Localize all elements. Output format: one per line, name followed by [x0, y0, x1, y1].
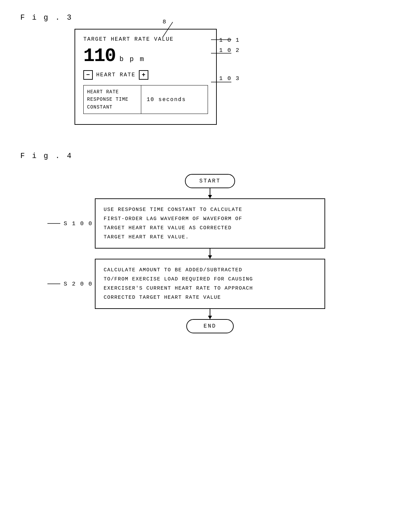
ref-101: 1 0 1 [219, 37, 240, 43]
s200-label: S 2 0 0 [64, 281, 92, 287]
end-node: END [186, 319, 234, 333]
arrow-2 [210, 249, 210, 259]
arrow-3 [210, 309, 210, 319]
fig4-section: F i g . 4 START S 1 0 0 USE RESPONSE TIM… [20, 152, 400, 333]
bpm-unit: b p m [120, 55, 145, 63]
flowchart: START S 1 0 0 USE RESPONSE TIME CONSTANT… [20, 174, 400, 333]
s200-text-line4: CORRECTED TARGET HEART RATE VALUE [104, 295, 221, 300]
target-label: TARGET HEART RATE VALUE [83, 36, 208, 42]
s200-row: S 2 0 0 CALCULATE AMOUNT TO BE ADDED/SUB… [20, 259, 400, 309]
s100-box: USE RESPONSE TIME CONSTANT TO CALCULATE … [95, 198, 325, 249]
s100-text-line2: FIRST-ORDER LAG WAVEFORM OF WAVEFORM OF [104, 216, 243, 222]
response-table: HEART RATE RESPONSE TIME CONSTANT 10 sec… [83, 85, 208, 114]
fig3-section: F i g . 3 8 1 0 1 1 0 2 [20, 14, 400, 125]
bpm-row: 110 b p m [83, 45, 208, 67]
s200-text-line2: TO/FROM EXERCISE LOAD REQUIRED FOR CAUSI… [104, 276, 253, 282]
bpm-value: 110 [83, 45, 115, 67]
s200-text-line3: EXERCISER'S CURRENT HEART RATE TO APPROA… [104, 286, 253, 291]
s100-label: S 1 0 0 [64, 220, 92, 227]
s200-box: CALCULATE AMOUNT TO BE ADDED/SUBTRACTED … [95, 259, 325, 309]
start-node: START [185, 174, 235, 188]
fig4-label: F i g . 4 [20, 152, 400, 160]
ref-8: 8 [163, 19, 167, 25]
arrow-1 [210, 188, 210, 198]
s200-text-line1: CALCULATE AMOUNT TO BE ADDED/SUBTRACTED [104, 267, 243, 273]
ref-102: 1 0 2 [219, 47, 240, 54]
ref-103: 1 0 3 [219, 75, 240, 82]
s100-text-line3: TARGET HEART RATE VALUE AS CORRECTED [104, 225, 232, 231]
minus-button[interactable]: − [83, 70, 93, 80]
s100-row: S 1 0 0 USE RESPONSE TIME CONSTANT TO CA… [20, 198, 400, 249]
s200-connector [47, 280, 61, 287]
heart-rate-label: HEART RATE [93, 72, 139, 78]
s100-text-line1: USE RESPONSE TIME CONSTANT TO CALCULATE [104, 207, 243, 213]
page: F i g . 3 8 1 0 1 1 0 2 [0, 0, 420, 347]
fig3-label: F i g . 3 [20, 14, 400, 22]
response-cell-label: HEART RATE RESPONSE TIME CONSTANT [84, 85, 141, 114]
display-box: 1 0 1 1 0 2 1 0 3 TARGET HEART RATE VALU… [75, 29, 217, 125]
s100-connector [47, 220, 61, 227]
plus-button[interactable]: + [139, 70, 148, 80]
heart-rate-control: − HEART RATE + [83, 70, 148, 80]
response-cell-value: 10 seconds [141, 85, 191, 114]
s100-text-line4: TARGET HEART RATE VALUE. [104, 234, 189, 240]
